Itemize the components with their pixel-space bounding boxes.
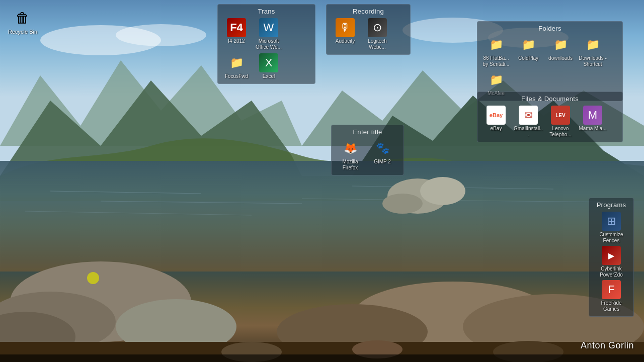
- audacity-icon: 🎙: [336, 18, 355, 37]
- fence-enter-title: Enter title 🦊 Mozilla Firefox 🐾 GIMP 2: [331, 125, 404, 175]
- folder-downloads-shortcut-icon: 📁: [583, 35, 602, 54]
- svg-rect-9: [0, 161, 644, 272]
- customize-fences-label: Customize Fences: [597, 232, 626, 244]
- gmail-label: GmailInstall...: [514, 126, 543, 138]
- customize-fences-icon: ⊞: [602, 212, 621, 231]
- word-label: Microsoft Office Wo...: [254, 38, 283, 50]
- fence-programs-title: Programs: [593, 201, 629, 209]
- fence-trans: Trans F4 f4 2012 W Microsoft Office Wo..…: [217, 4, 315, 84]
- folder-downloads-icon: 📁: [551, 35, 570, 54]
- fence-enter-title-icons: 🦊 Mozilla Firefox 🐾 GIMP 2: [336, 139, 399, 171]
- fence-icon-freeride[interactable]: F FreeRide Games: [597, 280, 626, 312]
- fence-folders: Folders 📁 86 FlatBa... by Sentati... 📁 C…: [477, 21, 623, 101]
- folder-mcafee-icon: 📁: [487, 70, 506, 89]
- username-display: Anton Gorlin: [581, 340, 634, 351]
- taskbar[interactable]: [0, 354, 644, 362]
- recycle-bin-icon[interactable]: 🗑 Recycle Bin: [8, 8, 38, 35]
- fence-files-icons: eBay eBay ✉ GmailInstall... LEV Lenovo T…: [481, 106, 618, 138]
- recycle-bin-image: 🗑: [13, 8, 33, 28]
- fence-icon-f4[interactable]: F4 f4 2012: [222, 18, 251, 50]
- ebay-label: eBay: [491, 126, 502, 132]
- fence-icon-gmail[interactable]: ✉ GmailInstall...: [514, 106, 543, 138]
- fence-icon-lenovo[interactable]: LEV Lenovo Telephо...: [546, 106, 575, 138]
- fence-files-documents: Files & Documents eBay eBay ✉ GmailInsta…: [477, 92, 623, 142]
- f4-label: f4 2012: [228, 38, 245, 44]
- mama-mia-label: Mama Mia...: [579, 126, 606, 132]
- gmail-icon: ✉: [519, 106, 538, 125]
- fence-icon-word[interactable]: W Microsoft Office Wo...: [254, 18, 283, 50]
- lenovo-icon: LEV: [551, 106, 570, 125]
- folder-coldplay-label: ColdPlay: [518, 55, 538, 61]
- fence-icon-logitech[interactable]: ⊙ Logitech Webc...: [363, 18, 392, 50]
- folder-downloads-label: downloads: [548, 55, 573, 61]
- f4-icon: F4: [227, 18, 246, 37]
- fence-recording-title: Recording: [331, 8, 406, 15]
- svg-point-17: [382, 194, 423, 214]
- fence-enter-title-title: Enter title: [336, 128, 399, 136]
- recycle-bin-label: Recycle Bin: [8, 29, 37, 35]
- fence-icon-coldplay[interactable]: 📁 ColdPlay: [514, 35, 543, 67]
- cyberlink-label: Cyberlink PowerZdo: [597, 266, 626, 278]
- folder-86flatba-icon: 📁: [487, 35, 506, 54]
- fence-trans-title: Trans: [222, 8, 311, 15]
- gimp-label: GIMP 2: [374, 159, 391, 165]
- focusfwd-icon: 📁: [227, 53, 246, 72]
- folder-coldplay-icon: 📁: [519, 35, 538, 54]
- ebay-icon: eBay: [487, 106, 506, 125]
- fence-programs: Programs ⊞ Customize Fences ▶ Cyberlink …: [589, 198, 634, 317]
- audacity-label: Audacity: [336, 38, 355, 44]
- fence-icon-firefox[interactable]: 🦊 Mozilla Firefox: [336, 139, 365, 171]
- fence-icon-86flatba[interactable]: 📁 86 FlatBa... by Sentati...: [481, 35, 511, 67]
- focusfwd-label: FocusFwd: [225, 73, 248, 79]
- folder-86flatba-label: 86 FlatBa... by Sentati...: [481, 55, 511, 67]
- logitech-label: Logitech Webc...: [363, 38, 392, 50]
- logitech-icon: ⊙: [368, 18, 387, 37]
- freeride-label: FreeRide Games: [597, 300, 626, 312]
- lenovo-label: Lenovo Telephо...: [546, 126, 575, 138]
- mama-mia-icon: M: [583, 106, 602, 125]
- svg-point-2: [116, 24, 206, 46]
- fence-icon-customize-fences[interactable]: ⊞ Customize Fences: [597, 212, 626, 244]
- gimp-icon: 🐾: [373, 139, 392, 158]
- word-icon: W: [259, 18, 278, 37]
- fence-icon-mama-mia[interactable]: M Mama Mia...: [578, 106, 607, 138]
- fence-icon-audacity[interactable]: 🎙 Audacity: [331, 18, 360, 50]
- fence-folders-icons: 📁 86 FlatBa... by Sentati... 📁 ColdPlay …: [481, 35, 618, 97]
- fence-icon-ebay[interactable]: eBay eBay: [481, 106, 511, 138]
- firefox-label: Mozilla Firefox: [336, 159, 365, 171]
- freeride-icon: F: [602, 280, 621, 299]
- excel-icon: X: [259, 53, 278, 72]
- fence-files-title: Files & Documents: [481, 95, 618, 103]
- fence-trans-icons: F4 f4 2012 W Microsoft Office Wo... 📁 Fo…: [222, 18, 311, 79]
- fence-icon-excel[interactable]: X Excel: [254, 53, 283, 79]
- fence-recording: Recording 🎙 Audacity ⊙ Logitech Webc...: [326, 4, 411, 55]
- fence-icon-focusfwd[interactable]: 📁 FocusFwd: [222, 53, 251, 79]
- svg-point-29: [87, 272, 99, 284]
- fence-icon-downloads[interactable]: 📁 downloads: [546, 35, 575, 67]
- fence-icon-downloads-shortcut[interactable]: 📁 Downloads - Shortcut: [578, 35, 607, 67]
- fence-programs-icons: ⊞ Customize Fences ▶ Cyberlink PowerZdo …: [593, 212, 629, 312]
- fence-icon-cyberlink[interactable]: ▶ Cyberlink PowerZdo: [597, 246, 626, 278]
- firefox-icon: 🦊: [341, 139, 360, 158]
- fence-folders-title: Folders: [481, 25, 618, 32]
- fence-icon-gimp[interactable]: 🐾 GIMP 2: [368, 139, 397, 171]
- svg-point-16: [420, 177, 465, 205]
- fence-recording-icons: 🎙 Audacity ⊙ Logitech Webc...: [331, 18, 406, 50]
- excel-label: Excel: [263, 73, 275, 79]
- cyberlink-icon: ▶: [602, 246, 621, 265]
- folder-downloads-shortcut-label: Downloads - Shortcut: [578, 55, 607, 67]
